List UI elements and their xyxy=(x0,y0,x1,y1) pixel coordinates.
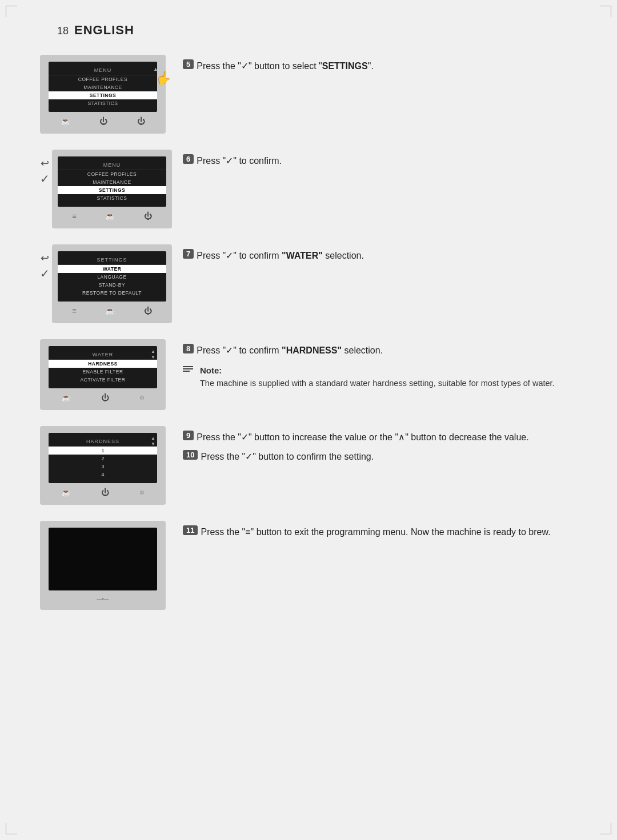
step-9-menu-title: HARDNESS xyxy=(49,437,157,447)
step-7-badge: 7 xyxy=(183,249,194,259)
power-icon-7: ⏻ xyxy=(144,306,152,315)
step-9-device: HARDNESS 1 2 3 4 ▲ ▼ ☕ ⏻ ⚙ xyxy=(40,426,166,505)
step-8-note: Note: The machine is supplied with a sta… xyxy=(183,364,594,390)
step-11-badge: 11 xyxy=(183,525,198,535)
step-9-screen: HARDNESS 1 2 3 4 ▲ ▼ xyxy=(49,433,157,483)
power-icon-6: ⏻ xyxy=(144,211,152,220)
extra-icon-9: ⚙ xyxy=(139,489,145,496)
step-8-item-2: ENABLE FILTER xyxy=(49,368,157,376)
extra-icon-8: ⚙ xyxy=(139,395,145,401)
step-5-line: 5 Press the "✓" button to select "SETTIN… xyxy=(183,59,594,73)
step-9-10-text: 9 Press the "✓" button to increase the v… xyxy=(183,426,529,464)
step-7-menu-title: SETTINGS xyxy=(58,256,166,265)
step-8-item-3: ACTIVATE FILTER xyxy=(49,376,157,384)
step-7-item-3: STAND-BY xyxy=(58,281,166,289)
step-5-row: MENU COFFEE PROFILES MAINTENANCE SETTING… xyxy=(40,55,594,134)
undo-icon-7: ↩ xyxy=(41,253,49,263)
step-7-item-2: LANGUAGE xyxy=(58,273,166,281)
corner-mark-tl xyxy=(6,6,17,17)
undo-icon-6: ↩ xyxy=(41,158,49,168)
step-11-text: 11 Press the "≡" button to exit the prog… xyxy=(183,521,594,539)
power2-icon-5: ⏻ xyxy=(137,116,145,126)
step-10-badge: 10 xyxy=(183,450,198,460)
step-8-bottom-icons: ☕ ⏻ ⚙ xyxy=(46,388,160,402)
power-icon-5: ⏻ xyxy=(99,116,107,126)
step-6-line: 6 Press "✓" to confirm. xyxy=(183,154,594,168)
corner-mark-bl xyxy=(6,823,17,834)
note-line-3 xyxy=(183,371,190,372)
step-6-bottom-icons: ≡ ☕ ⏻ xyxy=(58,207,166,220)
step-9-h2: 2 xyxy=(49,455,157,463)
step-8-instruction: Press "✓" to confirm "HARDNESS" selectio… xyxy=(197,344,383,357)
page-header: 18 ENGLISH xyxy=(23,23,594,38)
step-7-line: 7 Press "✓" to confirm "WATER" selection… xyxy=(183,249,594,263)
step-9-h3: 3 xyxy=(49,463,157,471)
step-7-instruction: Press "✓" to confirm "WATER" selection. xyxy=(197,249,364,263)
step-9-h1: 1 xyxy=(49,447,157,455)
step-7-screen: SETTINGS WATER LANGUAGE STAND-BY RESTORE… xyxy=(58,251,166,302)
step-8-menu-title: WATER xyxy=(49,351,157,360)
corner-mark-tr xyxy=(600,6,611,17)
step-6-item-4: STATISTICS xyxy=(58,194,166,202)
step-5-menu-title: MENU xyxy=(49,66,157,75)
content-area: MENU COFFEE PROFILES MAINTENANCE SETTING… xyxy=(23,55,594,626)
note-title-8: Note: xyxy=(200,365,222,375)
step-11-instruction: Press the "≡" button to exit the program… xyxy=(201,525,550,539)
step-6-item-1: COFFEE PROFILES xyxy=(58,170,166,178)
step-5-badge: 5 xyxy=(183,59,194,69)
step-5-item-1: COFFEE PROFILES xyxy=(49,75,157,83)
step-8-line: 8 Press "✓" to confirm "HARDNESS" select… xyxy=(183,344,594,357)
step-8-badge: 8 xyxy=(183,344,194,353)
step-5-device: MENU COFFEE PROFILES MAINTENANCE SETTING… xyxy=(40,55,166,134)
coffee-icon-8: ☕ xyxy=(61,393,71,402)
page: 18 ENGLISH MENU COFFEE PROFILES MAINTENA… xyxy=(0,0,617,840)
step-9-row: HARDNESS 1 2 3 4 ▲ ▼ ☕ ⏻ ⚙ xyxy=(40,426,594,505)
step-8-device: WATER HARDNESS ENABLE FILTER ACTIVATE FI… xyxy=(40,339,166,410)
step-10-line: 10 Press the "✓" button to confirm the s… xyxy=(183,450,529,464)
page-number: 18 xyxy=(57,25,69,37)
step-7-row: ↩ ✓ SETTINGS WATER LANGUAGE STAND-BY RES… xyxy=(40,244,594,323)
page-title: ENGLISH xyxy=(74,23,134,38)
step-9-h4: 4 xyxy=(49,471,157,479)
step-6-row: ↩ ✓ MENU COFFEE PROFILES MAINTENANCE SET… xyxy=(40,150,594,228)
step-9-instruction: Press the "✓" button to increase the val… xyxy=(197,431,528,444)
coffee-icon-9: ☕ xyxy=(61,488,71,497)
step-9-bottom-icons: ☕ ⏻ ⚙ xyxy=(46,483,160,497)
note-content-8: Note: The machine is supplied with a sta… xyxy=(200,364,555,390)
step-9-scroll: ▲ ▼ xyxy=(151,436,155,447)
step-6-device-wrapper: ↩ ✓ MENU COFFEE PROFILES MAINTENANCE SET… xyxy=(40,150,166,228)
step-6-item-3-selected: SETTINGS xyxy=(58,186,166,194)
step-6-badge: 6 xyxy=(183,154,194,164)
step-9-hardness-list: 1 2 3 4 xyxy=(49,447,157,479)
step-7-left-ctrl: ↩ ✓ xyxy=(40,244,50,279)
step-5-instruction: Press the "✓" button to select "SETTINGS… xyxy=(197,59,374,73)
step-8-text: 8 Press "✓" to confirm "HARDNESS" select… xyxy=(183,339,594,390)
step-11-row: —•— 11 Press the "≡" button to exit the … xyxy=(40,521,594,610)
note-line-2 xyxy=(183,368,193,369)
step-5-item-3-selected: SETTINGS xyxy=(49,91,157,99)
step-6-menu-title: MENU xyxy=(58,161,166,170)
step-10-instruction: Press the "✓" button to confirm the sett… xyxy=(201,450,374,464)
step-11-bottom-icons: —•— xyxy=(46,590,160,602)
finger-icon-5: 👆 xyxy=(156,71,171,86)
list-icon-7: ≡ xyxy=(72,307,77,315)
power-icon-9: ⏻ xyxy=(101,488,109,497)
list-icon-6: ≡ xyxy=(72,212,77,220)
coffee-icon-5: ☕ xyxy=(61,116,70,126)
step-7-bottom-icons: ≡ ☕ ⏻ xyxy=(58,302,166,315)
step-8-scroll: ▲ ▼ xyxy=(151,349,155,360)
step-6-panel: MENU COFFEE PROFILES MAINTENANCE SETTING… xyxy=(52,150,172,228)
note-text-8: The machine is supplied with a standard … xyxy=(200,379,555,388)
step-6-text: 6 Press "✓" to confirm. xyxy=(183,150,594,168)
bottom-text-11: —•— xyxy=(97,596,109,602)
note-icon-8 xyxy=(183,366,195,372)
step-6-left-ctrl: ↩ ✓ xyxy=(40,150,50,184)
step-11-screen xyxy=(49,528,157,590)
step-7-item-4: RESTORE TO DEFAULT xyxy=(58,289,166,297)
step-8-row: WATER HARDNESS ENABLE FILTER ACTIVATE FI… xyxy=(40,339,594,410)
note-line-1 xyxy=(183,366,193,367)
check-icon-6: ✓ xyxy=(40,173,50,184)
step-7-item-1-selected: WATER xyxy=(58,265,166,273)
step-5-screen: MENU COFFEE PROFILES MAINTENANCE SETTING… xyxy=(49,62,157,112)
step-9-line: 9 Press the "✓" button to increase the v… xyxy=(183,431,529,444)
